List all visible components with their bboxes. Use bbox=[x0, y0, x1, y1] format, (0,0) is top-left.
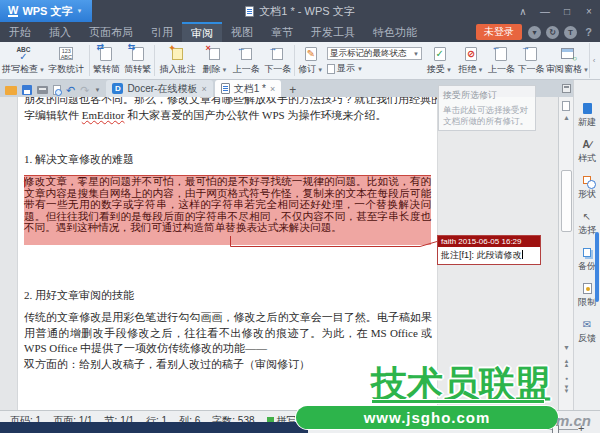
simp-to-trad-button[interactable]: ⇆ 简转繁 bbox=[122, 43, 153, 78]
sidebar-item-shapes[interactable]: 形状 bbox=[578, 174, 596, 201]
document-tab-icon bbox=[221, 83, 230, 94]
markup-state-select[interactable]: 显示标记的最终状态▼ bbox=[327, 47, 422, 60]
prev-comment-button[interactable]: ← 上一条 bbox=[231, 43, 262, 78]
scroll-down-icon[interactable]: ▼ bbox=[559, 343, 574, 353]
group-divider bbox=[89, 45, 90, 76]
comment-text[interactable]: 批注[f1]: 此段请修改 bbox=[438, 247, 540, 264]
insert-comment-button[interactable]: ✦ 插入批注 bbox=[156, 43, 199, 78]
scroll-up-icon[interactable]: ▲ bbox=[559, 113, 574, 123]
zoom-slider-track[interactable] bbox=[462, 429, 578, 430]
ribbon-expander[interactable]: ‹ bbox=[589, 43, 598, 78]
undo-icon[interactable]: ↶ bbox=[66, 85, 75, 95]
tab-view[interactable]: 视图 bbox=[222, 22, 262, 42]
new-document-icon bbox=[583, 102, 592, 114]
show-markup-button[interactable]: 显示▼ bbox=[327, 62, 422, 75]
sidebar-item-styles[interactable]: A∕ 样式 bbox=[578, 138, 596, 165]
comment-author: faith 2015-06-05 16:29 bbox=[438, 236, 540, 247]
prev-change-button[interactable]: ← 上一条 bbox=[487, 43, 516, 78]
open-icon[interactable] bbox=[5, 86, 17, 95]
styles-icon: A∕ bbox=[583, 138, 592, 150]
word-count-button[interactable]: 123ABC 字数统计 bbox=[45, 43, 88, 78]
accept-change-button[interactable]: ✓ 接受▼ bbox=[424, 43, 455, 78]
update-icon[interactable]: ▾ bbox=[528, 26, 541, 39]
next-page-icon[interactable]: ▼▼ bbox=[559, 385, 574, 393]
group-divider bbox=[154, 45, 155, 76]
close-tab-icon[interactable]: × bbox=[201, 84, 206, 94]
app-menu-label: WPS 文字 bbox=[22, 4, 72, 19]
save-icon[interactable] bbox=[22, 85, 32, 95]
help-icon[interactable]: ? bbox=[582, 26, 595, 39]
word-count-status[interactable]: 字数: 538 bbox=[212, 414, 254, 428]
review-pane-icon bbox=[561, 46, 574, 61]
accept-change-icon: ✓ bbox=[434, 46, 446, 61]
view-mode-icon[interactable]: ▥ bbox=[356, 417, 365, 427]
zoom-in-button[interactable]: + bbox=[578, 422, 584, 433]
scroll-top-page-icon[interactable] bbox=[562, 101, 570, 111]
tooltip-title: 接受所选修订 bbox=[443, 89, 531, 102]
comment-box[interactable]: faith 2015-06-05 16:29 批注[f1]: 此段请修改 bbox=[437, 235, 541, 265]
tab-page-layout[interactable]: 页面布局 bbox=[80, 22, 142, 42]
tab-references[interactable]: 引用 bbox=[142, 22, 182, 42]
sidebar-scroll-indicator[interactable] bbox=[595, 232, 599, 302]
restore-pane-icon[interactable] bbox=[562, 84, 571, 93]
login-button[interactable]: 未登录 bbox=[476, 24, 522, 40]
tab-special-features[interactable]: 特色功能 bbox=[364, 22, 426, 42]
sidebar-item-new[interactable]: 新建 bbox=[578, 102, 596, 129]
document-page[interactable]: 朋友的问题也各不同。那么，修改文章有哪些解放双手的方法技巧？就让我们用经典的文 … bbox=[18, 97, 437, 410]
sidebar-item-restrict[interactable]: 限制 bbox=[578, 282, 596, 309]
spellcheck-flagged-word: EmEditor bbox=[82, 109, 125, 121]
sidebar-item-select[interactable]: ↖ 选择 bbox=[578, 210, 596, 237]
app-menu-button[interactable]: W WPS 文字 ▼ bbox=[0, 0, 92, 22]
tab-document1[interactable]: 文档1 * × bbox=[215, 80, 282, 97]
spellcheck-status[interactable]: 拼写检查 bbox=[267, 414, 317, 428]
zoom-slider-thumb[interactable] bbox=[552, 425, 559, 433]
previous-page-icon[interactable]: ▲▲ bbox=[559, 359, 574, 367]
tab-home[interactable]: 开始 bbox=[0, 22, 40, 42]
skin-icon[interactable]: T bbox=[564, 26, 577, 39]
next-comment-button[interactable]: → 下一条 bbox=[262, 43, 293, 78]
sidebar-item-backup[interactable]: 备份 bbox=[578, 246, 596, 273]
close-tab-icon[interactable]: × bbox=[270, 84, 275, 94]
redo-icon[interactable]: ↷ bbox=[80, 85, 89, 95]
trad-to-simp-button[interactable]: ⇄ 繁转简 bbox=[91, 43, 122, 78]
qat-dropdown-icon[interactable]: ▼ bbox=[94, 87, 100, 93]
paragraph-clipped: 朋友的问题也各不同。那么，修改文章有哪些解放双手的方法技巧？就让我们用经典的文 bbox=[24, 97, 432, 107]
quick-access-toolbar: ↶ ↷ ▼ bbox=[0, 85, 106, 97]
tab-dev-tools[interactable]: 开发工具 bbox=[302, 22, 364, 42]
line-info: 行: 1 bbox=[146, 414, 167, 428]
spellcheck-button[interactable]: ABC✓ 拼写检查▼ bbox=[2, 43, 45, 78]
view-mode-icon[interactable]: ▤ bbox=[340, 417, 349, 427]
tab-insert[interactable]: 插入 bbox=[40, 22, 80, 42]
next-change-button[interactable]: → 下一条 bbox=[516, 43, 545, 78]
prev-change-icon: ← bbox=[495, 46, 507, 61]
tab-section[interactable]: 章节 bbox=[262, 22, 302, 42]
view-mode-icon[interactable]: □ bbox=[328, 417, 333, 427]
view-mode-switcher: □ ▤ ▥ ▦ bbox=[328, 417, 380, 427]
tab-review[interactable]: 审阅 bbox=[182, 22, 222, 42]
close-icon[interactable]: × bbox=[578, 0, 600, 22]
review-pane-button[interactable]: 审阅窗格▼ bbox=[546, 43, 590, 78]
prev-comment-icon: ← bbox=[241, 46, 252, 61]
scrollbar-thumb[interactable] bbox=[561, 170, 572, 232]
sync-icon[interactable]: ↻ bbox=[546, 26, 559, 39]
statusbar-info: 页码: 1 页面: 1/1 节: 1/1 行: 1 列: 6 字数: 538 拼… bbox=[10, 414, 317, 428]
page-count: 页面: 1/1 bbox=[53, 414, 92, 428]
sidebar-item-feedback[interactable]: ✉ 反馈 bbox=[578, 318, 596, 345]
print-icon[interactable] bbox=[37, 86, 48, 94]
zoom-out-button[interactable]: − bbox=[450, 423, 456, 433]
reject-change-icon: ⊘ bbox=[465, 46, 477, 61]
minimize-icon[interactable]: — bbox=[534, 0, 556, 22]
spellcheck-icon: ABC✓ bbox=[16, 46, 30, 61]
print-preview-icon[interactable] bbox=[53, 85, 61, 95]
view-mode-icon[interactable]: ▦ bbox=[371, 417, 380, 427]
chevron-down-icon: ▼ bbox=[77, 8, 83, 14]
tab-docer-templates[interactable]: D Docer-在线模板 × bbox=[106, 80, 212, 97]
select-browse-object-icon[interactable]: ● bbox=[559, 373, 574, 383]
maximize-icon[interactable]: □ bbox=[556, 0, 578, 22]
new-tab-button[interactable]: + bbox=[283, 83, 302, 97]
collapse-ribbon-icon[interactable]: ∧ bbox=[512, 0, 534, 22]
track-changes-button[interactable]: ✎ 修订▼ bbox=[296, 43, 325, 78]
delete-comment-button[interactable]: × 删除▼ bbox=[199, 43, 230, 78]
vertical-scrollbar[interactable]: ▲ ▼ ▲▲ ● ▼▼ bbox=[558, 97, 573, 410]
reject-change-button[interactable]: ⊘ 拒绝▼ bbox=[455, 43, 486, 78]
